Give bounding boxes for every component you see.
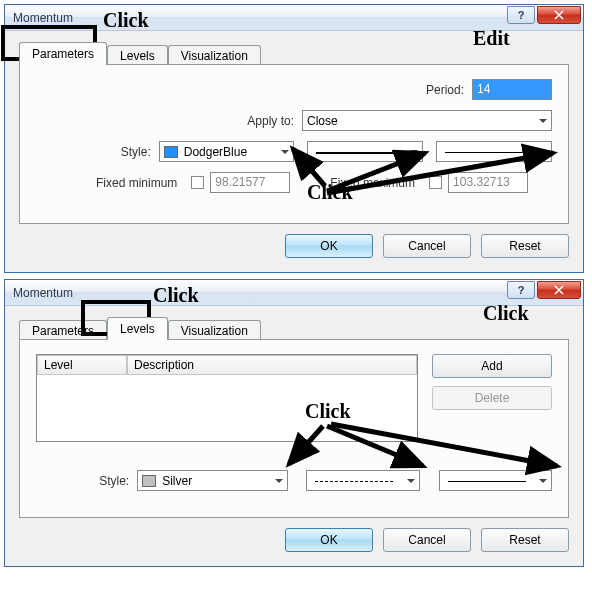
line-solid-icon [316, 152, 396, 154]
ok-button[interactable]: OK [285, 528, 373, 552]
reset-button[interactable]: Reset [481, 528, 569, 552]
fixed-min-input[interactable]: 98.21577 [210, 172, 290, 193]
ok-button[interactable]: OK [285, 234, 373, 258]
levels-listbox[interactable]: Level Description [36, 354, 418, 442]
style-linestyle-select[interactable] [306, 470, 419, 491]
window-title: Momentum [13, 11, 73, 25]
cancel-button[interactable]: Cancel [383, 234, 471, 258]
close-icon [554, 285, 564, 295]
style-label: Style: [36, 474, 129, 488]
tab-parameters[interactable]: Parameters [19, 320, 107, 341]
tab-levels[interactable]: Levels [107, 45, 168, 66]
col-description[interactable]: Description [127, 355, 417, 375]
tab-visualization[interactable]: Visualization [168, 45, 261, 66]
parameters-panel: Period: 14 Apply to: Close Style: Dodger… [19, 64, 569, 224]
col-level[interactable]: Level [37, 355, 127, 375]
style-color-select[interactable]: DodgerBlue [159, 141, 294, 162]
help-button[interactable]: ? [507, 281, 535, 299]
line-dash-icon [315, 481, 393, 482]
line-thin-icon [445, 152, 525, 153]
close-button[interactable] [537, 6, 581, 24]
tab-bar: Parameters Levels Visualization [19, 41, 569, 65]
style-linestyle-select[interactable] [307, 141, 423, 162]
levels-panel: Level Description Add Delete Style: Silv… [19, 339, 569, 518]
tab-levels[interactable]: Levels [107, 317, 168, 340]
list-header: Level Description [37, 355, 417, 375]
line-thin-icon [448, 481, 526, 482]
reset-button[interactable]: Reset [481, 234, 569, 258]
button-bar: OK Cancel Reset [19, 234, 569, 258]
delete-button: Delete [432, 386, 552, 410]
close-icon [554, 10, 564, 20]
cancel-button[interactable]: Cancel [383, 528, 471, 552]
period-input[interactable]: 14 [472, 79, 552, 100]
apply-to-value: Close [307, 114, 338, 128]
add-button[interactable]: Add [432, 354, 552, 378]
color-swatch [164, 146, 178, 158]
titlebar[interactable]: Momentum ? [5, 280, 583, 306]
color-swatch [142, 475, 156, 487]
period-label: Period: [426, 83, 464, 97]
tab-parameters[interactable]: Parameters [19, 42, 107, 65]
style-lineweight-select[interactable] [439, 470, 552, 491]
titlebar[interactable]: Momentum ? [5, 5, 583, 31]
fixed-max-label: Fixed maximum [330, 176, 415, 190]
help-button[interactable]: ? [507, 6, 535, 24]
style-lineweight-select[interactable] [436, 141, 552, 162]
tab-visualization[interactable]: Visualization [168, 320, 261, 341]
dialog-momentum-parameters: Momentum ? Parameters Levels Visualizati… [4, 4, 584, 273]
style-label: Style: [36, 145, 151, 159]
style-color-name: DodgerBlue [184, 145, 247, 159]
style-color-select[interactable]: Silver [137, 470, 288, 491]
close-button[interactable] [537, 281, 581, 299]
dialog-momentum-levels: Momentum ? Parameters Levels Visualizati… [4, 279, 584, 567]
fixed-max-checkbox[interactable] [429, 176, 442, 189]
style-color-name: Silver [162, 474, 192, 488]
fixed-min-checkbox[interactable] [191, 176, 204, 189]
window-title: Momentum [13, 286, 73, 300]
fixed-min-label: Fixed minimum [96, 176, 177, 190]
button-bar: OK Cancel Reset [19, 528, 569, 552]
apply-to-label: Apply to: [247, 114, 294, 128]
apply-to-select[interactable]: Close [302, 110, 552, 131]
fixed-max-input[interactable]: 103.32713 [448, 172, 528, 193]
tab-bar: Parameters Levels Visualization [19, 316, 569, 340]
